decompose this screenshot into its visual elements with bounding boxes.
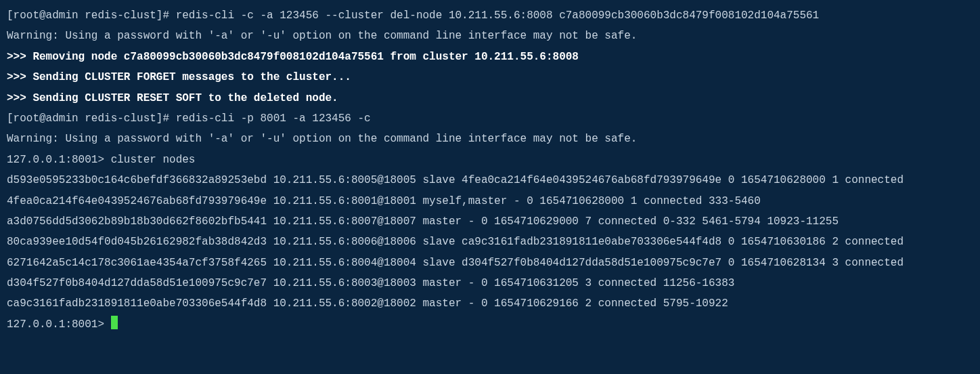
cluster-node-row: 80ca939ee10d54f0d045b26162982fab38d842d3… [7, 232, 973, 252]
cluster-node-row: ca9c3161fadb231891811e0abe703306e544f4d8… [7, 293, 973, 314]
terminal-line-8: 127.0.0.1:8001> cluster nodes [7, 150, 973, 170]
terminal-line-reset: >>> Sending CLUSTER RESET SOFT to the de… [7, 88, 973, 108]
cluster-node-row: 4fea0ca214f64e0439524676ab68fd793979649e… [7, 191, 973, 211]
redis-prompt: 127.0.0.1:8001> [7, 318, 111, 331]
terminal-line-warning-1: Warning: Using a password with '-a' or '… [7, 26, 973, 46]
shell-prompt: [root@admin redis-clust]# [7, 112, 176, 125]
terminal-line-6: [root@admin redis-clust]# redis-cli -p 8… [7, 108, 973, 129]
command-text: cluster nodes [111, 154, 196, 166]
cursor-icon [111, 316, 118, 329]
shell-prompt: [root@admin redis-clust]# [7, 9, 176, 22]
redis-prompt: 127.0.0.1:8001> [7, 154, 111, 166]
terminal-line-1: [root@admin redis-clust]# redis-cli -c -… [7, 5, 973, 26]
command-text: redis-cli -p 8001 -a 123456 -c [176, 112, 371, 125]
cluster-node-row: a3d0756dd5d3062b89b18b30d662f8602bfb5441… [7, 211, 973, 232]
terminal-line-forget: >>> Sending CLUSTER FORGET messages to t… [7, 67, 973, 87]
command-text: redis-cli -c -a 123456 --cluster del-nod… [176, 9, 820, 22]
cluster-node-row: 6271642a5c14c178c3061ae4354a7cf3758f4265… [7, 253, 973, 273]
terminal-line-warning-2: Warning: Using a password with '-a' or '… [7, 129, 973, 149]
cluster-node-row: d304f527f0b8404d127dda58d51e100975c9c7e7… [7, 273, 973, 293]
terminal-line-current[interactable]: 127.0.0.1:8001> [7, 314, 973, 335]
cluster-node-row: d593e0595233b0c164c6befdf366832a89253ebd… [7, 170, 973, 190]
terminal-line-removing: >>> Removing node c7a80099cb30060b3dc847… [7, 47, 973, 67]
